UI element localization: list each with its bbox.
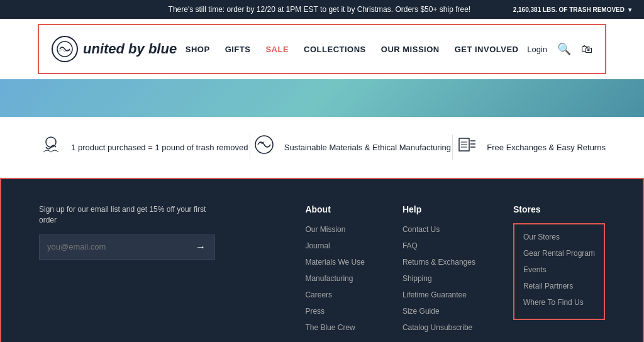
main-navigation: SHOP GIFTS SALE COLLECTIONS OUR MISSION …	[186, 45, 519, 54]
footer-link-careers[interactable]: Careers	[305, 290, 332, 299]
nav-sale[interactable]: SALE	[265, 45, 289, 54]
feature-trash: 1 product purchased = 1 pound of trash r…	[38, 132, 248, 162]
footer-about-links: Our Mission Journal Materials We Use Man…	[305, 223, 364, 333]
footer-link-faq[interactable]: FAQ	[402, 241, 418, 250]
feature-divider-1	[250, 135, 250, 160]
signup-description: Sign up for our email list and get 15% o…	[39, 204, 215, 226]
footer-stores-heading: Stores	[513, 204, 605, 214]
footer-link-gear-rental[interactable]: Gear Rental Program	[523, 249, 595, 258]
footer-link-materials[interactable]: Materials We Use	[305, 258, 364, 267]
footer-link-retail-partners[interactable]: Retail Partners	[523, 282, 573, 290]
nav-our-mission[interactable]: OUR MISSION	[381, 45, 440, 54]
trash-counter: 2,160,381 LBS. OF TRASH REMOVED ▾	[513, 6, 631, 13]
sustainable-icon	[252, 132, 277, 162]
footer-link-events[interactable]: Events	[523, 265, 547, 274]
footer-link-blue-crew[interactable]: The Blue Crew	[305, 323, 355, 332]
feature-returns-text: Free Exchanges & Easy Returns	[487, 143, 606, 152]
search-icon[interactable]: 🔍	[557, 42, 571, 56]
footer-stores-col: Stores Our Stores Gear Rental Program Ev…	[513, 204, 605, 338]
footer-link-columns: About Our Mission Journal Materials We U…	[305, 204, 605, 338]
footer-link-where-to-find[interactable]: Where To Find Us	[523, 298, 584, 307]
footer-stores-links: Our Stores Gear Rental Program Events Re…	[513, 223, 605, 320]
site-footer: Sign up for our email list and get 15% o…	[0, 178, 644, 342]
footer-link-our-mission[interactable]: Our Mission	[305, 225, 345, 234]
cart-icon[interactable]: 🛍	[581, 43, 592, 56]
chevron-down-icon[interactable]: ▾	[628, 6, 631, 13]
feature-divider-2	[452, 135, 453, 160]
footer-link-guarantee[interactable]: Lifetime Guarantee	[402, 290, 467, 299]
trash-count: 2,160,381 LBS. OF TRASH REMOVED	[513, 6, 625, 13]
footer-link-contact[interactable]: Contact Us	[402, 225, 440, 234]
email-signup-section: Sign up for our email list and get 15% o…	[39, 204, 215, 338]
feature-sustainable-text: Sustainable Materials & Ethical Manufact…	[284, 143, 451, 152]
email-submit-button[interactable]: →	[187, 235, 214, 259]
footer-top: Sign up for our email list and get 15% o…	[39, 204, 605, 338]
nav-get-involved[interactable]: GET INVOLVED	[455, 45, 519, 54]
footer-link-size-guide[interactable]: Size Guide	[402, 307, 440, 316]
footer-help-col: Help Contact Us FAQ Returns & Exchanges …	[402, 204, 475, 338]
logo-text: united by blue	[83, 41, 177, 57]
banner-message: There's still time: order by 12/20 at 1P…	[126, 5, 513, 14]
footer-about-col: About Our Mission Journal Materials We U…	[305, 204, 364, 338]
email-input[interactable]	[40, 235, 187, 259]
nav-gifts[interactable]: GIFTS	[225, 45, 251, 54]
feature-returns: Free Exchanges & Easy Returns	[454, 132, 606, 162]
features-strip: 1 product purchased = 1 pound of trash r…	[0, 117, 644, 178]
email-form: →	[39, 234, 215, 260]
footer-link-our-stores[interactable]: Our Stores	[523, 233, 560, 241]
returns-icon	[454, 132, 479, 162]
footer-help-heading: Help	[402, 204, 475, 214]
footer-link-shipping[interactable]: Shipping	[402, 274, 432, 283]
logo-icon	[52, 36, 78, 62]
login-link[interactable]: Login	[527, 45, 547, 54]
footer-link-returns[interactable]: Returns & Exchanges	[402, 258, 475, 267]
footer-link-press[interactable]: Press	[305, 307, 325, 316]
footer-link-journal[interactable]: Journal	[305, 241, 330, 250]
hero-image	[0, 79, 644, 117]
site-header: united by blue SHOP GIFTS SALE COLLECTIO…	[38, 24, 606, 74]
header-actions: Login 🔍 🛍	[527, 42, 592, 56]
logo[interactable]: united by blue	[52, 36, 177, 62]
footer-help-links: Contact Us FAQ Returns & Exchanges Shipp…	[402, 223, 475, 333]
top-banner: There's still time: order by 12/20 at 1P…	[0, 0, 644, 19]
trash-icon	[38, 132, 64, 162]
nav-shop[interactable]: SHOP	[186, 45, 210, 54]
feature-trash-text: 1 product purchased = 1 pound of trash r…	[71, 143, 248, 152]
footer-link-catalog[interactable]: Catalog Unsubscribe	[402, 323, 472, 332]
footer-link-manufacturing[interactable]: Manufacturing	[305, 274, 353, 283]
footer-about-heading: About	[305, 204, 364, 214]
feature-sustainable: Sustainable Materials & Ethical Manufact…	[252, 132, 451, 162]
nav-collections[interactable]: COLLECTIONS	[304, 45, 366, 54]
